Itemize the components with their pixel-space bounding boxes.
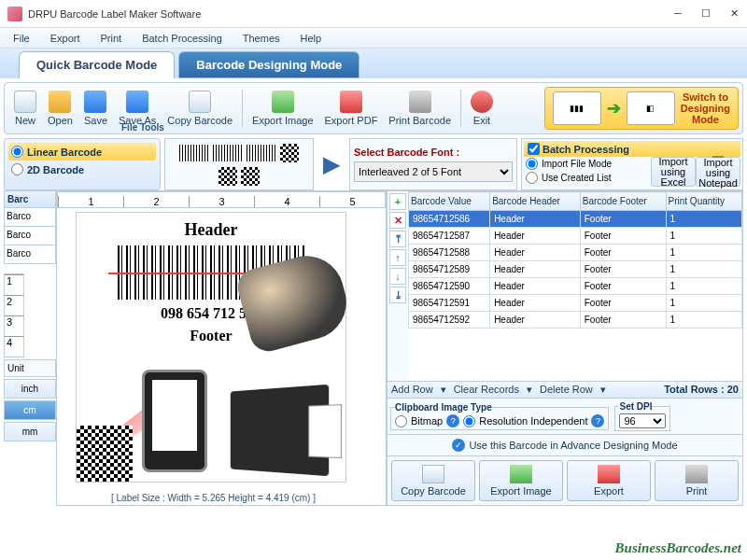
use-created-list-radio[interactable]: Use Created List	[524, 171, 651, 185]
exit-button[interactable]: Exit	[465, 89, 499, 128]
left-header: Barc	[4, 190, 56, 208]
export-pdf-action[interactable]: Export	[567, 460, 651, 501]
dpi-select[interactable]: 96	[619, 413, 666, 428]
import-notepad-button[interactable]: Import using Notepad	[696, 157, 740, 187]
menu-file[interactable]: File	[4, 30, 39, 47]
print-barcode-button[interactable]: Print Barcode	[383, 89, 457, 128]
data-panel: + ✕ ⤒ ↑ ↓ ⤓ Barcode Value Barcode Header…	[387, 190, 743, 506]
check-icon: ✓	[452, 439, 465, 452]
export-image-button[interactable]: Export Image	[247, 89, 318, 128]
menu-print[interactable]: Print	[92, 30, 132, 47]
table-controls: + ✕ ⤒ ↑ ↓ ⤓	[388, 191, 408, 381]
move-down-icon[interactable]: ↓	[389, 268, 406, 285]
menu-export[interactable]: Export	[41, 30, 90, 47]
export-pdf-button[interactable]: Export PDF	[319, 89, 384, 128]
app-icon	[7, 7, 22, 21]
move-up-icon[interactable]: ↑	[389, 249, 406, 266]
col-value[interactable]: Barcode Value	[409, 192, 490, 211]
font-select[interactable]: Interleaved 2 of 5 Font	[354, 161, 513, 182]
table-row[interactable]: 98654712590HeaderFooter1	[409, 278, 742, 295]
export-image-icon	[272, 91, 294, 113]
saveas-icon	[126, 91, 148, 113]
clipboard-options: Clipboard Image Type Bitmap ? Resolution…	[388, 398, 742, 434]
add-row-icon[interactable]: +	[389, 193, 406, 210]
table-row[interactable]: 98654712592HeaderFooter1	[409, 312, 742, 329]
toolbar: New Open Save Save As Copy Barcode Expor…	[4, 82, 743, 134]
unit-label: Unit	[4, 359, 56, 377]
copy-barcode-button[interactable]: Copy Barcode	[162, 89, 238, 128]
design-sample-icon: ◧	[627, 91, 675, 125]
table-row[interactable]: 98654712588HeaderFooter1	[409, 245, 742, 261]
canvas-area: 12345 Header 098 654 712 586 Footer [ La…	[56, 190, 387, 506]
unit-cm-button[interactable]: cm	[4, 400, 56, 420]
arrow-right-icon: ▶	[317, 138, 345, 190]
table-row[interactable]: 98654712591HeaderFooter1	[409, 295, 742, 312]
delete-row-link[interactable]: Delete Row	[540, 384, 593, 396]
preview-header: Header	[77, 220, 345, 240]
col-qty[interactable]: Print Quantity	[666, 192, 741, 211]
pdf-icon	[598, 465, 620, 483]
bitmap-radio[interactable]	[395, 415, 407, 427]
unit-mm-button[interactable]: mm	[4, 422, 56, 441]
help-icon[interactable]: ?	[446, 414, 459, 427]
export-pdf-icon	[340, 91, 362, 113]
copy-barcode-action[interactable]: Copy Barcode	[391, 460, 475, 501]
toolbar-group-label: File Tools	[121, 122, 164, 133]
menu-help[interactable]: Help	[291, 30, 331, 47]
maximize-button[interactable]: ☐	[700, 7, 712, 20]
clear-records-link[interactable]: Clear Records	[454, 384, 519, 396]
help-icon[interactable]: ?	[591, 414, 604, 427]
arrow-icon: ➔	[607, 98, 621, 119]
menubar: File Export Print Batch Processing Theme…	[0, 28, 747, 49]
add-row-link[interactable]: Add Row	[391, 384, 433, 396]
move-top-icon[interactable]: ⤒	[389, 231, 406, 247]
print-action[interactable]: Print	[655, 460, 739, 501]
table-row[interactable]: 98654712586HeaderFooter1	[409, 211, 742, 228]
horizontal-ruler: 12345	[57, 191, 386, 208]
barcode-samples	[164, 138, 314, 190]
table-actions: Add Row▾ Clear Records▾ Delete Row▾ Tota…	[388, 381, 742, 398]
watermark into: BusinessBarcodes.net	[615, 540, 741, 556]
2d-barcode-radio[interactable]: 2D Barcode	[8, 161, 156, 178]
sample-2d-icon	[241, 167, 260, 186]
print-icon	[409, 91, 431, 113]
phone-image	[142, 370, 207, 472]
total-rows: Total Rows : 20	[664, 384, 739, 396]
col-header[interactable]: Barcode Header	[490, 192, 581, 211]
menu-themes[interactable]: Themes	[233, 30, 289, 47]
save-icon	[84, 91, 106, 113]
advance-mode-checkbox[interactable]: ✓Use this Barcode in Advance Designing M…	[452, 439, 677, 452]
data-table[interactable]: Barcode Value Barcode Header Barcode Foo…	[408, 191, 742, 381]
open-icon	[49, 91, 71, 113]
switch-mode-button[interactable]: ▮▮▮ ➔ ◧ Switch toDesigningMode	[544, 87, 739, 130]
unit-inch-button[interactable]: inch	[4, 379, 56, 399]
tab-designing[interactable]: Barcode Designing Mode	[178, 51, 359, 78]
tab-quick-barcode[interactable]: Quick Barcode Mode	[19, 51, 175, 78]
separator	[242, 90, 243, 127]
menu-batch[interactable]: Batch Processing	[133, 30, 232, 47]
col-footer[interactable]: Barcode Footer	[580, 192, 666, 211]
batch-box: Batch Processing Import File Mode Use Cr…	[521, 138, 743, 190]
minimize-button[interactable]: ─	[672, 7, 684, 20]
export-image-action[interactable]: Export Image	[479, 460, 563, 501]
import-file-mode-radio[interactable]: Import File Mode	[524, 157, 651, 171]
move-bottom-icon[interactable]: ⤓	[389, 287, 406, 303]
open-button[interactable]: Open	[42, 89, 78, 128]
resolution-radio[interactable]	[463, 415, 475, 427]
batch-checkbox[interactable]	[528, 143, 540, 155]
delete-row-icon[interactable]: ✕	[389, 212, 406, 229]
copy-icon	[189, 91, 211, 113]
close-button[interactable]: ✕	[728, 7, 740, 20]
exit-icon	[471, 91, 493, 113]
barcode-type-box: Linear Barcode 2D Barcode	[4, 138, 161, 190]
import-excel-button[interactable]: Import using Excel	[651, 157, 696, 187]
table-row[interactable]: 98654712587HeaderFooter1	[409, 228, 742, 245]
left-panel: Barc Barco Barco Barco 1234 Unit inch cm…	[4, 190, 56, 506]
save-button[interactable]: Save	[78, 89, 113, 128]
qr-image	[77, 426, 133, 482]
font-selector-box: Select Barcode Font : Interleaved 2 of 5…	[349, 138, 517, 190]
sample-linear-icon	[179, 145, 209, 161]
table-row[interactable]: 98654712589HeaderFooter1	[409, 261, 742, 278]
new-button[interactable]: New	[8, 89, 42, 128]
linear-barcode-radio[interactable]: Linear Barcode	[8, 143, 156, 161]
